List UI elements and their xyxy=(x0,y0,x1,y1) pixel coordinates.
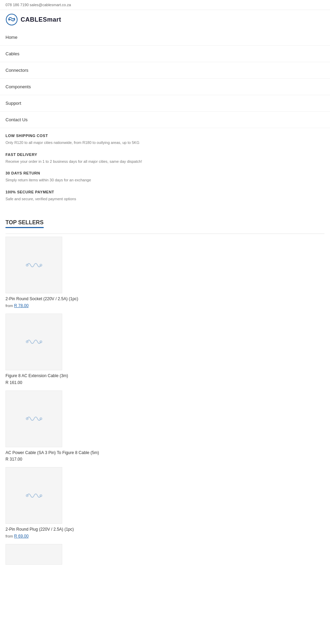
svg-point-0 xyxy=(6,14,17,25)
feature-return-title: 30 DAYS RETURN xyxy=(6,171,324,175)
product-image-5 xyxy=(6,544,62,565)
product-price-4: from R 69.00 xyxy=(6,534,324,539)
feature-payment-desc: Safe and secure, verified payment option… xyxy=(6,196,324,202)
feature-shipping-title: LOW SHIPPING COST xyxy=(6,134,324,138)
product-price-value-1: R 78.00 xyxy=(14,303,29,308)
features-section: LOW SHIPPING COST Only R120 to all major… xyxy=(0,128,330,214)
feature-return-desc: Simply return items within 30 days for a… xyxy=(6,177,324,183)
product-placeholder-icon-1 xyxy=(25,260,43,270)
product-card-3[interactable]: AC Power Cable (SA 3 Pin) To Figure 8 Ca… xyxy=(6,391,324,462)
product-card-1[interactable]: 2-Pin Round Socket (220V / 2.5A) (1pc) f… xyxy=(6,237,324,308)
top-sellers-title: TOP SELLERS xyxy=(6,219,44,228)
nav-connectors[interactable]: Connectors xyxy=(0,62,330,79)
logo-area[interactable]: CABLESmart xyxy=(0,10,330,29)
product-list: 2-Pin Round Socket (220V / 2.5A) (1pc) f… xyxy=(0,234,330,573)
product-placeholder-icon-2 xyxy=(25,337,43,347)
product-placeholder-icon-3 xyxy=(25,414,43,424)
svg-point-1 xyxy=(8,19,10,20)
product-name-2: Figure 8 AC Extension Cable (3m) xyxy=(6,373,324,379)
nav-home[interactable]: Home xyxy=(0,29,330,46)
product-image-4 xyxy=(6,467,62,524)
product-image-1 xyxy=(6,237,62,293)
product-image-3 xyxy=(6,391,62,447)
product-name-3: AC Power Cable (SA 3 Pin) To Figure 8 Ca… xyxy=(6,450,324,456)
feature-shipping-desc: Only R120 to all major cities nationwide… xyxy=(6,140,324,146)
feature-payment: 100% SECURE PAYMENT Safe and secure, ver… xyxy=(6,190,324,202)
top-sellers-header: TOP SELLERS xyxy=(0,214,330,234)
feature-delivery-desc: Receive your order in 1 to 2 business da… xyxy=(6,159,324,165)
product-price-prefix-4: from xyxy=(6,534,14,538)
main-nav: Home Cables Connectors Components Suppor… xyxy=(0,29,330,128)
product-card-2[interactable]: Figure 8 AC Extension Cable (3m) R 161.0… xyxy=(6,314,324,385)
product-price-value-4: R 69.00 xyxy=(14,534,29,539)
product-card-5[interactable] xyxy=(6,544,324,565)
feature-return: 30 DAYS RETURN Simply return items withi… xyxy=(6,171,324,183)
feature-delivery-title: FAST DELIVERY xyxy=(6,152,324,157)
product-price-2: R 161.00 xyxy=(6,380,324,385)
nav-contact[interactable]: Contact Us xyxy=(0,112,330,128)
top-bar: 078 186 7190 sales@cablesmart.co.za xyxy=(0,0,330,10)
product-price-3: R 317.00 xyxy=(6,457,324,462)
feature-delivery: FAST DELIVERY Receive your order in 1 to… xyxy=(6,152,324,165)
product-name-1: 2-Pin Round Socket (220V / 2.5A) (1pc) xyxy=(6,296,324,302)
contact-info: 078 186 7190 sales@cablesmart.co.za xyxy=(6,3,71,7)
logo-icon xyxy=(6,13,18,26)
svg-point-2 xyxy=(14,19,15,20)
product-image-2 xyxy=(6,314,62,370)
product-name-4: 2-Pin Round Plug (220V / 2.5A) (1pc) xyxy=(6,527,324,532)
product-price-value-2: R 161.00 xyxy=(6,380,22,385)
logo-text: CABLESmart xyxy=(21,16,61,23)
product-card-4[interactable]: 2-Pin Round Plug (220V / 2.5A) (1pc) fro… xyxy=(6,467,324,539)
feature-shipping: LOW SHIPPING COST Only R120 to all major… xyxy=(6,134,324,146)
feature-payment-title: 100% SECURE PAYMENT xyxy=(6,190,324,194)
nav-support[interactable]: Support xyxy=(0,95,330,112)
product-placeholder-icon-4 xyxy=(25,490,43,501)
product-price-1: from R 78.00 xyxy=(6,303,324,308)
nav-cables[interactable]: Cables xyxy=(0,46,330,62)
nav-components[interactable]: Components xyxy=(0,79,330,95)
product-price-prefix-1: from xyxy=(6,304,14,308)
product-price-value-3: R 317.00 xyxy=(6,457,22,462)
